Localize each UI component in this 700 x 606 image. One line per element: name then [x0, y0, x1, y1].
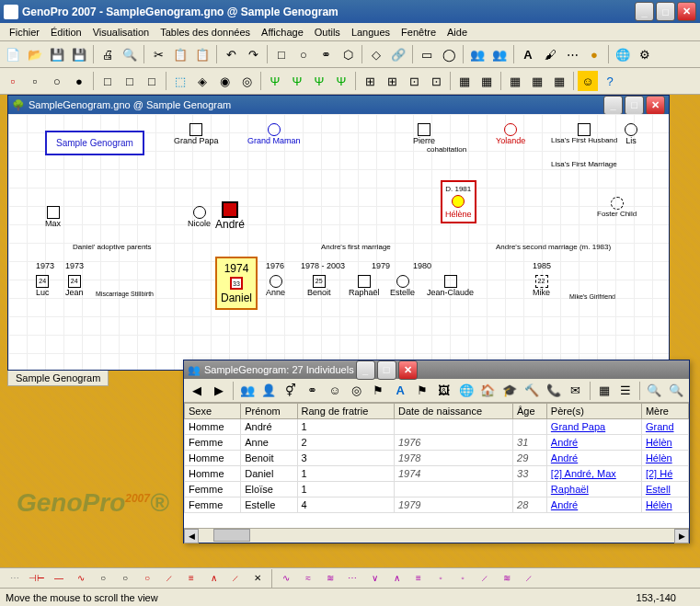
scroll-right[interactable]: ▶ — [674, 529, 689, 543]
bt17[interactable]: ∨ — [364, 568, 384, 589]
cell[interactable]: 1 — [297, 419, 394, 435]
col-0[interactable]: Sexe — [185, 404, 241, 419]
sym5[interactable]: □ — [98, 71, 118, 91]
cell[interactable]: 4 — [297, 497, 394, 513]
bt14[interactable]: ≈ — [298, 568, 318, 589]
undo-button[interactable]: ↶ — [221, 44, 241, 64]
bt16[interactable]: ⋯ — [342, 568, 362, 589]
shape2-icon[interactable]: ◯ — [439, 44, 459, 64]
bt15[interactable]: ≋ — [320, 568, 340, 589]
family-icon[interactable]: ⚭ — [316, 44, 336, 64]
t-phone[interactable]: 📞 — [544, 381, 564, 401]
sym15[interactable]: Ψ — [331, 71, 351, 91]
sym13[interactable]: Ψ — [287, 71, 307, 91]
table-row[interactable]: FemmeEloïse1RaphaëlEstell — [185, 482, 689, 497]
t-label[interactable]: A — [390, 381, 410, 401]
menu-affichage[interactable]: Affichage — [256, 25, 309, 40]
maximize-button[interactable]: □ — [656, 2, 675, 21]
cell[interactable]: André — [241, 419, 297, 435]
node-helene[interactable]: D. 1981 Hélène — [441, 180, 476, 223]
grid2-button[interactable]: ▦ — [527, 71, 547, 91]
cell[interactable]: 28 — [513, 497, 547, 513]
col-4[interactable]: Âge — [513, 404, 547, 419]
cell[interactable] — [394, 419, 512, 435]
sym3[interactable]: ○ — [47, 71, 67, 91]
bt10[interactable]: ∧ — [203, 568, 224, 589]
individuals-grid[interactable]: SexePrénomRang de fratrieDate de naissan… — [184, 403, 689, 528]
save-button[interactable]: 💾 — [47, 44, 67, 64]
cell[interactable]: [2] Hé — [641, 466, 688, 482]
node-yolande[interactable]: Yolande — [496, 123, 525, 145]
link-mere[interactable]: Estell — [646, 484, 671, 495]
t-find[interactable]: 🔍 — [644, 381, 664, 401]
tool-b[interactable]: 👥 — [489, 44, 510, 64]
bt3[interactable]: — — [49, 568, 69, 589]
cell[interactable]: 2 — [297, 435, 394, 451]
cell[interactable]: 1976 — [394, 435, 512, 451]
tab-sample[interactable]: Sample Genogram — [7, 371, 109, 386]
paste-button[interactable]: 📋 — [192, 44, 212, 64]
doc-titlebar[interactable]: 🌳 SampleGenogram.gno @ Sample Genogram _… — [8, 96, 669, 114]
cell[interactable]: Femme — [185, 435, 241, 451]
table-titlebar[interactable]: 👥 SampleGenogram: 27 Individuels _ □ ✕ — [184, 360, 689, 379]
cell[interactable]: Eloïse — [241, 482, 297, 497]
bt21[interactable]: ◦ — [453, 568, 473, 589]
label-button[interactable]: A — [518, 44, 538, 64]
cell[interactable] — [513, 419, 547, 435]
cell[interactable] — [394, 482, 512, 497]
cell[interactable]: [2] André, Max — [546, 466, 641, 482]
print-button[interactable]: 🖨 — [98, 44, 118, 64]
saveall-button[interactable]: 💾 — [69, 44, 89, 64]
node-lis[interactable]: Lis — [625, 123, 637, 145]
bt12[interactable]: ✕ — [247, 568, 268, 589]
link-pere[interactable]: André — [551, 499, 578, 510]
menu-visualisation[interactable]: Visualisation — [87, 25, 155, 40]
sym16[interactable]: ⊞ — [360, 71, 380, 91]
cell[interactable]: André — [546, 451, 641, 466]
male-icon[interactable]: □ — [271, 44, 292, 64]
cell[interactable]: André — [546, 497, 641, 513]
smiley-button[interactable]: ☺ — [578, 71, 598, 91]
table-row[interactable]: HommeDaniel1197433[2] André, Max[2] Hé — [185, 466, 689, 482]
cell[interactable]: Homme — [185, 419, 241, 435]
t-ring[interactable]: ◎ — [347, 381, 367, 401]
cell[interactable]: Grand Papa — [546, 419, 641, 435]
scroll-left[interactable]: ◀ — [184, 529, 199, 543]
t-edu[interactable]: 🎓 — [499, 381, 520, 401]
cell[interactable]: 31 — [513, 435, 547, 451]
sym2[interactable]: ▫ — [25, 71, 45, 91]
sym21[interactable]: ▦ — [476, 71, 497, 91]
t-mail[interactable]: ✉ — [566, 381, 586, 401]
t-pic[interactable]: 🖼 — [434, 381, 454, 401]
cell[interactable]: 29 — [513, 451, 547, 466]
node-max[interactable]: Max — [45, 206, 61, 228]
t-find2[interactable]: 🔍 — [666, 381, 686, 401]
redo-button[interactable]: ↷ — [243, 44, 263, 64]
cell[interactable]: 1974 — [394, 466, 512, 482]
col-5[interactable]: Père(s) — [546, 404, 641, 419]
node-pierre[interactable]: Pierre — [413, 123, 435, 145]
legend-box[interactable]: Sample Genogram — [45, 131, 144, 155]
cell[interactable]: Grand — [641, 419, 688, 435]
cell[interactable]: Femme — [185, 482, 241, 497]
sym1[interactable]: ▫ — [3, 71, 23, 91]
tbl-close[interactable]: ✕ — [398, 360, 418, 380]
sym9[interactable]: ◈ — [192, 71, 212, 91]
cell[interactable]: 33 — [513, 466, 547, 482]
link-pere[interactable]: Raphaël — [551, 484, 589, 495]
t-home[interactable]: 🏠 — [478, 381, 499, 401]
link-icon[interactable]: 🔗 — [388, 44, 408, 64]
t-nav2[interactable]: ▶ — [209, 381, 229, 401]
bt23[interactable]: ≋ — [497, 568, 517, 589]
cell[interactable]: 1 — [297, 466, 394, 482]
node-mike[interactable]: 22Mike — [533, 275, 550, 297]
twins-icon[interactable]: ◇ — [366, 44, 386, 64]
cell[interactable]: 1979 — [394, 497, 512, 513]
menu-outils[interactable]: Outils — [309, 25, 346, 40]
sym18[interactable]: ⊡ — [404, 71, 424, 91]
col-1[interactable]: Prénom — [241, 404, 297, 419]
node-lisa-husband[interactable]: Lisa's First Husband — [551, 123, 617, 144]
cut-button[interactable]: ✂ — [148, 44, 168, 64]
node-nicole[interactable]: Nicole — [188, 206, 211, 228]
menu-aide[interactable]: Aide — [442, 25, 473, 40]
